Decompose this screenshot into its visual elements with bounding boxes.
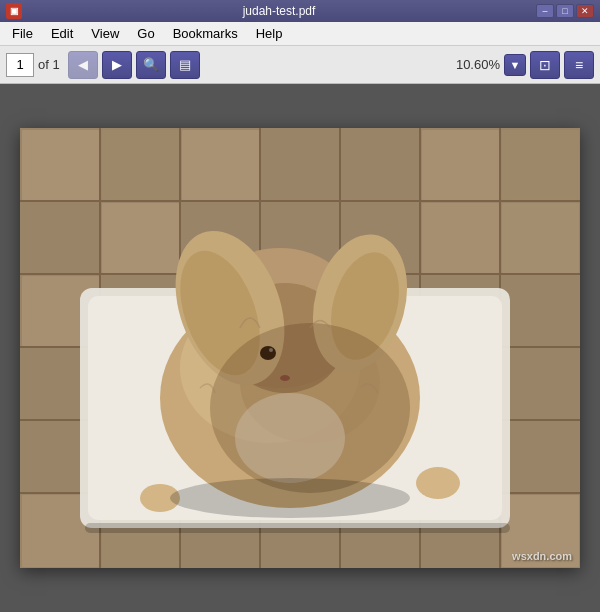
page-navigation-group: of 1 — [6, 53, 60, 77]
svg-point-43 — [170, 478, 410, 518]
menu-edit[interactable]: Edit — [43, 24, 81, 43]
menu-bar: File Edit View Go Bookmarks Help — [0, 22, 600, 46]
menu-file[interactable]: File — [4, 24, 41, 43]
search-button[interactable]: 🔍 — [136, 51, 166, 79]
nav-forward-button[interactable]: ▶ — [102, 51, 132, 79]
minimize-button[interactable]: – — [536, 4, 554, 18]
pdf-page: wsxdn.com — [20, 128, 580, 568]
sidebar-icon: ▤ — [179, 57, 191, 72]
svg-rect-16 — [102, 203, 179, 273]
zoom-group: 10.60% ▼ — [450, 54, 526, 76]
nav-back-button[interactable]: ◀ — [68, 51, 98, 79]
window-controls: – □ ✕ — [536, 4, 594, 18]
svg-rect-12 — [22, 130, 99, 200]
menu-help[interactable]: Help — [248, 24, 291, 43]
toolbar: of 1 ◀ ▶ 🔍 ▤ 10.60% ▼ ⊡ ≡ — [0, 46, 600, 84]
page-of-label: of 1 — [38, 57, 60, 72]
fit-page-icon: ⊡ — [539, 57, 551, 73]
svg-rect-14 — [182, 130, 259, 200]
app-icon-text: ▣ — [10, 6, 19, 16]
svg-rect-18 — [502, 130, 579, 200]
menu-bookmarks[interactable]: Bookmarks — [165, 24, 246, 43]
svg-point-28 — [416, 467, 460, 499]
svg-point-42 — [210, 323, 410, 493]
search-icon: 🔍 — [143, 57, 159, 72]
title-bar: ▣ judah-test.pdf – □ ✕ — [0, 0, 600, 22]
svg-rect-19 — [422, 203, 499, 273]
svg-rect-17 — [422, 130, 499, 200]
options-menu-button[interactable]: ≡ — [564, 51, 594, 79]
page-number-input[interactable] — [6, 53, 34, 77]
window-title: judah-test.pdf — [22, 4, 536, 18]
svg-rect-20 — [502, 203, 579, 273]
app-icon: ▣ — [6, 3, 22, 19]
restore-button[interactable]: □ — [556, 4, 574, 18]
menu-view[interactable]: View — [83, 24, 127, 43]
zoom-down-icon: ▼ — [510, 59, 521, 71]
main-content-area: wsxdn.com — [0, 84, 600, 612]
nav-forward-icon: ▶ — [112, 57, 122, 72]
close-button[interactable]: ✕ — [576, 4, 594, 18]
menu-go[interactable]: Go — [129, 24, 162, 43]
nav-back-icon: ◀ — [78, 57, 88, 72]
svg-rect-26 — [85, 523, 510, 533]
fit-page-button[interactable]: ⊡ — [530, 51, 560, 79]
watermark: wsxdn.com — [512, 550, 572, 562]
options-menu-icon: ≡ — [575, 57, 583, 73]
svg-rect-13 — [102, 130, 179, 200]
document-image — [20, 128, 580, 568]
zoom-dropdown-button[interactable]: ▼ — [504, 54, 526, 76]
zoom-level-label: 10.60% — [450, 57, 500, 72]
sidebar-toggle-button[interactable]: ▤ — [170, 51, 200, 79]
